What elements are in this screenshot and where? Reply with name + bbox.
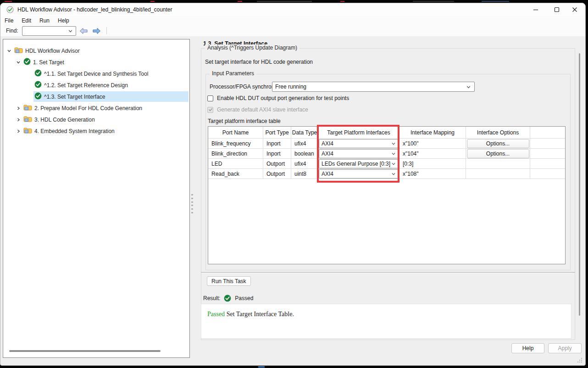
tree-item-label: 1. Set Target	[33, 59, 64, 66]
tree-item-embedded-system-integration[interactable]: 4. Embedded System Integration	[3, 125, 189, 137]
app-icon	[6, 6, 14, 13]
menu-file[interactable]: File	[0, 17, 17, 25]
tree-item-label: ^1.3. Set Target Interface	[44, 94, 105, 100]
port-name-cell: LED	[208, 159, 263, 169]
passed-check-icon	[34, 69, 42, 78]
target-platform-interface-table: Port Name Port Type Data Type Target Pla…	[208, 126, 566, 264]
sync-dropdown[interactable]: Free running	[272, 82, 475, 92]
table-row: Blink_frequency Inport ufix4 AXI4 x"100"…	[208, 139, 565, 149]
folder-icon	[23, 104, 32, 112]
passed-check-icon	[34, 92, 42, 101]
tree-item-set-target[interactable]: 1. Set Target	[3, 56, 189, 68]
passed-check-icon	[224, 295, 231, 302]
apply-button[interactable]: Apply	[548, 343, 582, 353]
column-header: Data Type	[291, 127, 318, 139]
tree-item-label: HDL Workflow Advisor	[25, 48, 80, 54]
chevron-down-icon[interactable]	[14, 59, 22, 66]
table-row: Blink_direction Inport boolean AXI4 x"10…	[208, 149, 565, 159]
background-right-strip	[586, 0, 588, 368]
find-next-button[interactable]	[92, 26, 102, 35]
app-window: HDL Workflow Advisor - hdlcoder_led_blin…	[0, 3, 586, 366]
chevron-down-icon	[391, 172, 396, 176]
run-this-task-button[interactable]: Run This Task	[207, 276, 251, 286]
chevron-right-icon[interactable]	[14, 128, 22, 135]
axi4-checkbox-row: Generate default AXI4 slave interface	[207, 106, 308, 113]
find-combobox[interactable]	[22, 26, 76, 36]
input-parameters-legend: Input Parameters	[210, 70, 256, 77]
test-points-checkbox[interactable]	[207, 95, 213, 101]
axi4-checkbox-label: Generate default AXI4 slave interface	[217, 106, 308, 113]
chevron-right-icon[interactable]	[14, 105, 22, 112]
sync-dropdown-value: Free running	[275, 84, 466, 90]
data-type-cell: boolean	[291, 149, 318, 159]
tree-item-set-target-reference-design[interactable]: ^1.2. Set Target Reference Design	[3, 79, 189, 91]
tree-item-prepare-model[interactable]: 2. Prepare Model For HDL Code Generation	[3, 102, 189, 114]
menu-help[interactable]: Help	[54, 17, 73, 25]
result-message-status: Passed	[207, 311, 225, 318]
arrow-right-icon	[92, 28, 101, 34]
port-name-cell: Read_back	[208, 169, 263, 179]
interface-mapping-cell: x"108"	[399, 169, 466, 179]
tree-item-hdl-code-generation[interactable]: 3. HDL Code Generation	[3, 114, 189, 125]
content-vertical-scrollbar[interactable]	[579, 53, 580, 316]
window-title: HDL Workflow Advisor - hdlcoder_led_blin…	[17, 6, 172, 13]
column-header: Interface Mapping	[399, 127, 466, 139]
port-name-cell: Blink_frequency	[208, 139, 263, 149]
find-input[interactable]	[24, 27, 68, 35]
passed-check-icon	[23, 58, 31, 67]
menu-run[interactable]: Run	[35, 17, 54, 25]
tree-item-label: ^1.2. Set Target Reference Design	[44, 82, 128, 89]
port-type-cell: Outport	[263, 159, 291, 169]
tree-item-hdl-workflow-advisor[interactable]: HDL Workflow Advisor	[3, 45, 189, 56]
toolbar-separator	[106, 27, 107, 34]
panel-splitter-handle[interactable]	[190, 194, 194, 213]
interface-dropdown[interactable]: AXI4	[319, 139, 399, 148]
data-type-cell: uint8	[291, 169, 318, 179]
interface-dropdown[interactable]: AXI4	[319, 149, 399, 158]
help-button[interactable]: Help	[511, 343, 544, 353]
chevron-right-icon[interactable]	[14, 116, 22, 123]
passed-check-icon	[34, 81, 42, 89]
column-header: Port Type	[263, 127, 291, 139]
menu-bar: File Edit Run Help	[0, 16, 585, 25]
interface-mapping-cell: x"104"	[399, 149, 466, 159]
chevron-down-icon	[68, 28, 73, 33]
options-button[interactable]: Options...	[467, 139, 529, 148]
minimize-button[interactable]	[525, 3, 546, 16]
port-type-cell: Inport	[263, 149, 291, 159]
port-type-cell: Outport	[263, 169, 291, 179]
menu-edit[interactable]: Edit	[17, 17, 35, 25]
interface-mapping-cell: x"100"	[399, 139, 466, 149]
result-message-text: Set Target Interface Table.	[225, 311, 294, 318]
result-label: Result:	[203, 295, 220, 301]
chevron-down-icon	[391, 151, 396, 156]
chevron-down-icon	[391, 162, 396, 166]
chevron-down-icon[interactable]	[5, 47, 13, 55]
data-type-cell: ufix4	[291, 139, 318, 149]
tree-item-set-target-interface[interactable]: ^1.3. Set Target Interface	[3, 91, 189, 102]
tree-horizontal-scrollbar[interactable]	[9, 350, 161, 352]
resize-grip[interactable]	[577, 358, 583, 363]
folder-icon	[23, 127, 32, 135]
analysis-groupbox-legend: Analysis (^Triggers Update Diagram)	[205, 45, 300, 51]
column-header: Port Name	[208, 127, 263, 139]
workflow-tree-panel: HDL Workflow Advisor 1. Set Target	[3, 39, 190, 358]
find-previous-button[interactable]	[79, 26, 89, 35]
check-icon	[208, 107, 213, 112]
screenshot-root: HDL Workflow Advisor - hdlcoder_led_blin…	[0, 0, 588, 368]
port-type-cell: Inport	[263, 139, 291, 149]
folder-icon	[14, 47, 23, 55]
interface-dropdown[interactable]: LEDs General Purpose [0:3]	[319, 159, 399, 168]
options-button[interactable]: Options...	[467, 149, 529, 158]
background-bottom-strip	[0, 366, 588, 368]
result-message-box: Passed Set Target Interface Table.	[201, 304, 571, 339]
interface-dropdown[interactable]: AXI4	[319, 169, 399, 178]
chevron-down-icon	[466, 84, 471, 89]
tree-selection-highlight[interactable]: ^1.3. Set Target Interface	[33, 91, 189, 102]
interface-mapping-cell: [0:3]	[399, 159, 466, 169]
table-header-row: Port Name Port Type Data Type Target Pla…	[208, 127, 565, 139]
close-button[interactable]	[564, 3, 585, 16]
folder-icon	[23, 116, 32, 123]
tree-item-set-target-device[interactable]: ^1.1. Set Target Device and Synthesis To…	[3, 68, 189, 79]
result-row: Result: Passed	[203, 295, 253, 302]
